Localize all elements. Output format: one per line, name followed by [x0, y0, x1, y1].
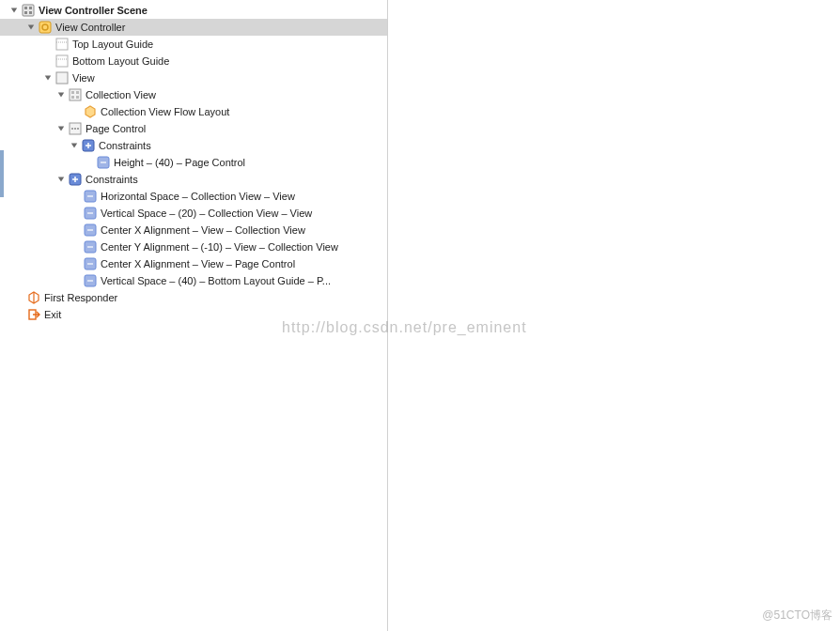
outline-item[interactable]: Center X Alignment – View – Page Control	[0, 255, 387, 272]
scene-header[interactable]: View Controller Scene	[0, 2, 387, 19]
document-outline[interactable]: View Controller Scene View ControllerTop…	[0, 0, 388, 631]
outline-item[interactable]: Constraints	[0, 137, 387, 154]
outline-item-label: View Controller	[55, 22, 125, 33]
guide-icon	[54, 54, 69, 69]
outline-item-label: Exit	[44, 309, 61, 320]
outline-item[interactable]: Bottom Layout Guide	[0, 53, 387, 69]
outline-item-label: Center Y Alignment – (-10) – View – Coll…	[101, 241, 338, 253]
svg-marker-33	[58, 177, 64, 182]
scene-title: View Controller Scene	[39, 5, 148, 16]
svg-rect-4	[24, 11, 27, 14]
constraint-icon	[83, 274, 97, 288]
constraint-icon	[83, 240, 97, 254]
outline-item[interactable]: Collection View Flow Layout	[0, 103, 387, 120]
outline-item-label: Collection View Flow Layout	[101, 106, 229, 117]
pagectl-icon	[68, 122, 82, 136]
svg-point-26	[77, 128, 79, 130]
svg-rect-5	[29, 11, 32, 14]
svg-rect-14	[56, 72, 68, 84]
outline-item-label: Horizontal Space – Collection View – Vie…	[101, 191, 295, 202]
outline-item-label: Vertical Space – (40) – Bottom Layout Gu…	[101, 275, 331, 286]
constraint-icon	[83, 190, 97, 204]
svg-marker-13	[45, 76, 51, 81]
canvas-preview	[388, 0, 840, 631]
svg-rect-1	[23, 5, 34, 16]
outline-item-label: Top Layout Guide	[72, 38, 153, 50]
collection-icon	[68, 88, 82, 102]
constraint-icon	[96, 156, 110, 170]
scene-icon	[21, 4, 35, 18]
svg-marker-21	[86, 106, 95, 117]
svg-rect-3	[29, 7, 32, 9]
svg-rect-11	[56, 55, 68, 67]
outline-item[interactable]: Exit	[0, 306, 387, 323]
constraint-icon	[83, 223, 97, 238]
constraint-icon	[83, 207, 97, 221]
disclosure-triangle-icon[interactable]	[56, 175, 66, 184]
outline-item[interactable]: Center Y Alignment – (-10) – View – Coll…	[0, 239, 387, 255]
outline-item-label: Collection View	[86, 89, 156, 100]
disclosure-triangle-icon[interactable]	[43, 73, 53, 83]
outline-item[interactable]: View Controller	[0, 19, 387, 36]
svg-marker-27	[71, 144, 77, 148]
outline-item[interactable]: Height – (40) – Page Control	[0, 154, 387, 171]
outline-item-label: Constraints	[86, 174, 138, 185]
constraint-icon	[83, 257, 97, 271]
outline-item-label: Page Control	[86, 123, 146, 134]
outline-item[interactable]: Vertical Space – (20) – Collection View …	[0, 205, 387, 222]
vc-icon	[38, 21, 52, 35]
view-icon	[54, 71, 69, 85]
responder-icon	[26, 291, 40, 305]
svg-point-24	[71, 128, 73, 130]
guide-icon	[54, 38, 69, 52]
svg-marker-15	[58, 93, 64, 98]
outline-item[interactable]: Constraints	[0, 171, 387, 188]
svg-rect-7	[39, 22, 51, 33]
constraints-icon	[81, 139, 95, 153]
exit-icon	[26, 308, 40, 322]
outline-item[interactable]: Center X Alignment – View – Collection V…	[0, 222, 387, 239]
svg-marker-6	[28, 25, 34, 30]
disclosure-triangle-icon[interactable]	[9, 6, 19, 15]
outline-item[interactable]: View	[0, 69, 387, 86]
outline-item[interactable]: First Responder	[0, 289, 387, 306]
svg-rect-20	[76, 96, 79, 99]
outline-item-label: Vertical Space – (20) – Collection View …	[101, 208, 312, 219]
outline-item[interactable]: Page Control	[0, 120, 387, 137]
outline-item[interactable]: Vertical Space – (40) – Bottom Layout Gu…	[0, 272, 387, 289]
disclosure-triangle-icon[interactable]	[56, 90, 66, 100]
left-gutter	[0, 150, 4, 197]
constraints-icon	[68, 173, 82, 187]
disclosure-triangle-icon[interactable]	[56, 124, 66, 133]
svg-point-25	[74, 128, 76, 130]
svg-marker-0	[11, 8, 17, 13]
outline-item-label: Constraints	[99, 140, 151, 151]
outline-item[interactable]: Horizontal Space – Collection View – Vie…	[0, 188, 387, 205]
svg-rect-9	[56, 38, 68, 50]
svg-rect-18	[76, 91, 79, 94]
disclosure-triangle-icon[interactable]	[26, 23, 36, 32]
svg-rect-19	[71, 96, 74, 99]
outline-item-label: View	[72, 72, 95, 84]
outline-item-label: Height – (40) – Page Control	[114, 157, 245, 168]
outline-item[interactable]: Collection View	[0, 86, 387, 103]
svg-rect-16	[70, 89, 81, 100]
outline-item-label: Bottom Layout Guide	[72, 55, 169, 67]
svg-rect-17	[71, 91, 74, 94]
disclosure-triangle-icon[interactable]	[70, 141, 79, 150]
outline-item[interactable]: Top Layout Guide	[0, 36, 387, 53]
outline-item-label: Center X Alignment – View – Page Control	[101, 258, 295, 269]
flow-icon	[83, 105, 97, 119]
svg-marker-22	[58, 127, 64, 131]
svg-rect-2	[24, 7, 27, 9]
outline-item-label: Center X Alignment – View – Collection V…	[101, 224, 305, 236]
outline-item-label: First Responder	[44, 292, 117, 303]
